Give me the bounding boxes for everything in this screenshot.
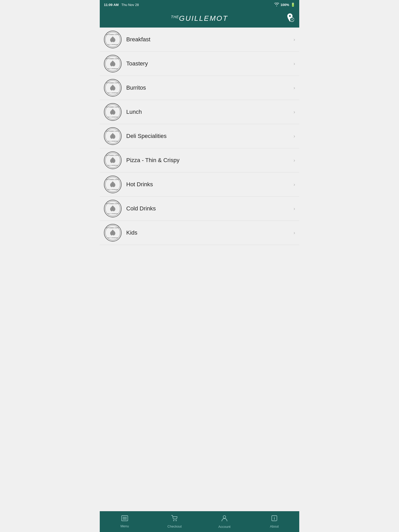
nav-label-menu: Menu [121,524,129,528]
nav-item-about[interactable]: About [249,515,299,528]
cart-icon [171,515,178,523]
svg-point-6 [111,86,112,88]
nav-item-account[interactable]: Account [200,515,249,529]
svg-point-18 [111,231,112,232]
menu-icon [121,515,128,523]
guillemot-bird-icon [109,132,117,140]
svg-point-26 [223,516,226,518]
menu-item-8[interactable]: Kitchen Café Deli & Winebar Cold Drinks … [100,197,299,221]
menu-item-label-3: Burritos [126,84,291,91]
menu-item-2[interactable]: Kitchen Café Deli & Winebar Toastery › [100,52,299,76]
svg-point-29 [274,517,275,517]
menu-item-7[interactable]: Kitchen Café Deli & Winebar Hot Drinks › [100,172,299,197]
menu-item-label-2: Toastery [126,60,291,67]
menu-item-4[interactable]: Kitchen Café Deli & Winebar Lunch › [100,100,299,124]
guillemot-bird-icon [109,36,117,43]
svg-point-15 [113,183,114,184]
nav-item-menu[interactable]: Menu [100,515,150,528]
svg-point-4 [111,62,112,63]
menu-item-logo-3: Kitchen Café Deli & Winebar [104,79,122,97]
menu-item-logo-1: Kitchen Café Deli & Winebar [104,31,122,48]
svg-point-17 [113,207,114,208]
svg-point-13 [113,159,114,160]
guillemot-bird-icon [109,205,117,212]
nav-label-about: About [270,524,279,528]
battery-percentage: 100% [281,3,289,7]
menu-item-label-6: Pizza - Thin & Crispy [126,157,291,164]
status-icons: 100% 🔋 [274,3,295,7]
nav-label-checkout: Checkout [168,524,182,528]
guillemot-bird-icon [109,108,117,116]
menu-item-logo-4: Kitchen Café Deli & Winebar [104,103,122,121]
wifi-icon [274,3,279,7]
menu-item-label-7: Hot Drinks [126,181,291,188]
svg-point-24 [174,520,174,521]
svg-point-11 [113,135,114,136]
svg-point-2 [111,38,112,39]
svg-point-25 [176,520,177,521]
svg-point-8 [111,110,112,112]
menu-item-1[interactable]: Kitchen Café Deli & Winebar Breakfast › [100,28,299,52]
chevron-icon-1: › [294,37,295,42]
menu-list: Kitchen Café Deli & Winebar Breakfast › [100,28,299,511]
menu-item-logo-6: Kitchen Café Deli & Winebar [104,151,122,169]
battery-icon: 🔋 [291,3,295,7]
menu-item-logo-9: Kitchen Café Deli & Winebar [104,224,122,242]
menu-item-label-5: Deli Specialities [126,133,291,139]
chevron-icon-2: › [294,61,295,66]
chevron-icon-8: › [294,206,295,211]
location-button[interactable]: ? [286,13,294,24]
chevron-icon-4: › [294,109,295,115]
menu-item-6[interactable]: Kitchen Café Deli & Winebar Pizza - Thin… [100,148,299,172]
menu-item-logo-5: Kitchen Café Deli & Winebar [104,127,122,145]
guillemot-bird-icon [109,229,117,236]
guillemot-bird-icon [109,181,117,188]
menu-item-3[interactable]: Kitchen Café Deli & Winebar Burritos › [100,76,299,100]
menu-item-label-1: Breakfast [126,36,291,43]
menu-item-5[interactable]: Kitchen Café Deli & Winebar Deli Special… [100,124,299,148]
svg-point-16 [111,207,112,208]
menu-item-9[interactable]: Kitchen Café Deli & Winebar Kids › [100,221,299,245]
svg-point-9 [113,110,114,112]
nav-label-account: Account [218,525,231,529]
status-bar: 11:09 AM Thu Nov 28 100% 🔋 [100,0,299,9]
status-date: Thu Nov 28 [121,3,139,7]
menu-item-logo-8: Kitchen Café Deli & Winebar [104,200,122,217]
chevron-icon-3: › [294,85,295,91]
svg-point-14 [111,183,112,184]
menu-item-label-4: Lunch [126,109,291,115]
menu-item-label-9: Kids [126,229,291,236]
app-title: TheGUILLEMOT [171,14,228,23]
menu-item-label-8: Cold Drinks [126,205,291,212]
chevron-icon-5: › [294,134,295,139]
chevron-icon-7: › [294,182,295,187]
svg-point-3 [113,38,114,39]
info-icon [271,515,277,523]
status-time-date: 11:09 AM Thu Nov 28 [104,3,139,7]
bottom-navigation: Menu Checkout Account Abou [100,511,299,532]
status-time: 11:09 AM [104,3,119,7]
app-header: TheGUILLEMOT ? [100,9,299,28]
svg-point-5 [113,62,114,63]
menu-item-logo-2: Kitchen Café Deli & Winebar [104,55,122,72]
guillemot-bird-icon [109,60,117,67]
guillemot-bird-icon [109,84,117,91]
svg-point-19 [113,231,114,232]
svg-point-12 [111,159,112,160]
svg-text:?: ? [291,18,293,21]
person-icon [221,515,228,523]
menu-item-logo-7: Kitchen Café Deli & Winebar [104,176,122,193]
svg-point-10 [111,135,112,136]
chevron-icon-6: › [294,158,295,163]
nav-item-checkout[interactable]: Checkout [150,515,200,528]
guillemot-bird-icon [109,157,117,164]
title-prefix: The [171,15,179,19]
svg-point-7 [113,86,114,88]
chevron-icon-9: › [294,230,295,236]
